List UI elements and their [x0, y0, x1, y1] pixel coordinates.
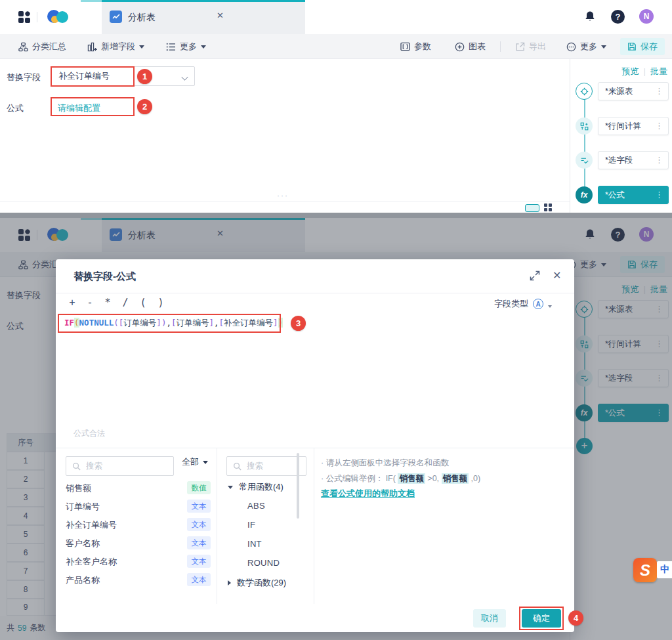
export-button[interactable]: 导出	[515, 34, 546, 59]
help-tip-1: · 请从左侧面板中选择字段名和函数	[321, 458, 449, 469]
ime-indicator[interactable]: S 中	[633, 558, 672, 582]
field-type-badge: 数值	[187, 481, 211, 494]
annotation-badge-2: 2	[137, 99, 152, 114]
annotation-box-1	[51, 66, 135, 87]
field-type-label: 字段类型	[494, 298, 528, 310]
field-item[interactable]: 产品名称 文本	[66, 574, 211, 589]
app-grid-icon[interactable]	[18, 11, 30, 23]
batch-link[interactable]: 批量	[650, 66, 667, 76]
select-fields-icon	[576, 152, 593, 169]
table-view-icon[interactable]	[525, 204, 539, 212]
annotation-box-2	[51, 97, 135, 116]
source-table-icon	[576, 83, 593, 100]
node-row-calc[interactable]: *行间计算⋮	[576, 117, 669, 135]
grid-view-icon[interactable]	[544, 203, 553, 212]
bell-icon[interactable]	[583, 10, 597, 24]
app-logo[interactable]	[47, 8, 71, 26]
field-type-badge: 文本	[187, 555, 211, 568]
field-item[interactable]: 补全订单编号 文本	[66, 519, 211, 534]
field-item[interactable]: 销售额 数值	[66, 482, 211, 497]
node-menu-icon[interactable]: ⋮	[655, 186, 663, 203]
function-group-common[interactable]: 常用函数(4)	[228, 481, 284, 493]
node-formula[interactable]: fx *公式⋮	[576, 186, 669, 204]
op-minus[interactable]: -	[85, 297, 94, 309]
dialog-header: 替换字段-公式 ✕	[56, 259, 574, 293]
node-label: *公式	[605, 190, 625, 200]
more-right-button[interactable]: 更多	[566, 34, 606, 59]
field-type-badge: 文本	[187, 518, 211, 531]
field-item[interactable]: 订单编号 文本	[66, 501, 211, 515]
more-left-button[interactable]: 更多	[166, 34, 206, 59]
annotation-box-4	[519, 607, 564, 630]
expand-icon[interactable]	[530, 270, 541, 282]
toolbar: 分类汇总 新增字段 更多 参数 图表	[0, 34, 672, 59]
function-search-input[interactable]	[247, 458, 303, 475]
header-divider	[37, 12, 37, 22]
chevron-down-icon	[181, 74, 188, 80]
field-type-control[interactable]: 字段类型 A	[494, 298, 552, 310]
field-type-badge: 文本	[187, 536, 211, 549]
caret-right-icon	[228, 580, 231, 586]
help-icon[interactable]: ?	[611, 10, 625, 24]
preview-link[interactable]: 预览	[622, 66, 639, 76]
node-menu-icon[interactable]: ⋮	[655, 117, 663, 135]
row-calc-icon	[576, 117, 593, 135]
add-field-button[interactable]: 新增字段	[87, 34, 144, 59]
node-menu-icon[interactable]: ⋮	[655, 83, 663, 100]
annotation-badge-1: 1	[137, 69, 152, 84]
field-type-badge: 文本	[187, 573, 211, 586]
ime-lang-badge: 中	[657, 561, 672, 578]
caret-down-icon	[203, 461, 208, 464]
panel-divider-vertical	[314, 448, 314, 604]
node-label: *选字段	[605, 156, 633, 165]
field-item[interactable]: 补全客户名称 文本	[66, 556, 211, 570]
function-item-abs[interactable]: ABS	[247, 501, 265, 511]
help-doc-link[interactable]: 查看公式使用的帮助文档	[321, 488, 415, 500]
node-label: *来源表	[605, 87, 633, 96]
op-paren-open[interactable]: (	[138, 297, 148, 309]
field-search-input[interactable]	[86, 458, 171, 475]
function-item-if[interactable]: IF	[247, 520, 255, 530]
replace-field-label: 替换字段	[7, 72, 41, 83]
panel-divider-vertical	[217, 448, 217, 604]
node-menu-icon[interactable]: ⋮	[655, 152, 663, 169]
op-multiply[interactable]: *	[103, 297, 112, 309]
dialog-title: 替换字段-公式	[74, 270, 136, 283]
panel-divider	[56, 448, 574, 448]
tab-close-icon[interactable]: ✕	[217, 11, 224, 20]
op-paren-close[interactable]: )	[156, 297, 165, 309]
sogou-icon: S	[633, 558, 657, 582]
save-button[interactable]: 保存	[620, 38, 665, 55]
cancel-button[interactable]: 取消	[473, 609, 506, 628]
formula-fx-icon: fx	[576, 186, 593, 203]
avatar[interactable]: N	[639, 9, 654, 24]
formula-dialog: 替换字段-公式 ✕ + - * / ( ) 字段类型 A IF(NOTNULL(…	[56, 259, 574, 632]
tab-analysis[interactable]: 分析表 ✕	[102, 0, 240, 34]
screen: 分析表 ✕ ? N 分类汇总 新增	[0, 0, 672, 640]
formula-example: 公式编辑举例： IF( 销售额 >0, 销售额 ,0)	[326, 473, 480, 484]
collapse-handle[interactable]: ···	[277, 191, 289, 200]
function-item-int[interactable]: INT	[247, 539, 262, 549]
op-divide[interactable]: /	[121, 297, 130, 309]
scrollbar[interactable]	[297, 453, 299, 519]
content-divider	[0, 202, 570, 202]
tab-accent-light	[81, 0, 102, 2]
node-select-fields[interactable]: *选字段⋮	[576, 151, 669, 169]
formula-label: 公式	[7, 102, 24, 114]
field-search	[66, 456, 174, 476]
op-plus[interactable]: +	[68, 297, 77, 309]
caret-down-icon	[201, 45, 206, 49]
field-type-badge: 文本	[187, 500, 211, 513]
node-source-table[interactable]: *来源表⋮	[576, 82, 669, 100]
field-filter-dropdown[interactable]: 全部	[182, 456, 208, 468]
tab-title: 分析表	[128, 12, 156, 24]
params-button[interactable]: 参数	[400, 34, 431, 59]
function-item-round[interactable]: ROUND	[247, 558, 280, 568]
field-item[interactable]: 客户名称 文本	[66, 538, 211, 552]
classify-summary-button[interactable]: 分类汇总	[18, 34, 66, 59]
help-tip-2: · 公式编辑举例： IF( 销售额 >0, 销售额 ,0)	[321, 473, 480, 484]
dialog-close-icon[interactable]: ✕	[553, 269, 561, 282]
formula-valid-text: 公式合法	[74, 428, 105, 439]
chart-button[interactable]: 图表	[455, 34, 486, 59]
function-group-math[interactable]: 数学函数(29)	[228, 577, 286, 589]
